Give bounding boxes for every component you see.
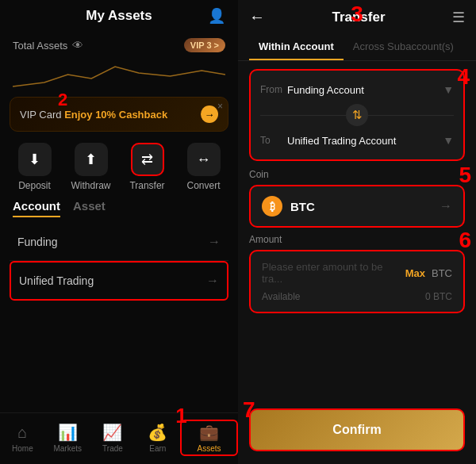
right-panel: ← Transfer ☰ 3 Within Account Across Sub… bbox=[238, 0, 476, 464]
action-buttons: ⬇ Deposit ⬆ Withdraw ⇄ Transfer ↔ Conver… bbox=[0, 140, 238, 199]
vip-card-text: VIP Card Enjoy 10% Cashback bbox=[20, 107, 167, 121]
to-row: To Unified Trading Account ▼ bbox=[260, 129, 454, 151]
divider-right bbox=[368, 115, 454, 116]
markets-icon: 📊 bbox=[58, 423, 78, 442]
nav-markets[interactable]: 📊 Markets bbox=[45, 423, 90, 453]
nav-earn-label: Earn bbox=[149, 444, 166, 453]
coin-arrow: → bbox=[440, 199, 452, 213]
right-header: ← Transfer ☰ 3 bbox=[238, 0, 476, 34]
confirm-section: Confirm 7 bbox=[238, 399, 476, 464]
tab-within-account[interactable]: Within Account bbox=[249, 34, 344, 60]
from-chevron: ▼ bbox=[443, 83, 454, 96]
nav-home[interactable]: ⌂ Home bbox=[0, 424, 45, 453]
amount-currency: BTC bbox=[432, 267, 452, 279]
swap-button[interactable]: ⇅ bbox=[346, 104, 368, 126]
coin-selector[interactable]: ₿ BTC → bbox=[249, 185, 465, 228]
swap-divider: ⇅ bbox=[260, 101, 454, 129]
withdraw-label: Withdraw bbox=[71, 180, 110, 191]
nav-assets-label: Assets bbox=[198, 444, 221, 453]
bottom-nav: ⌂ Home 📊 Markets 📈 Trade 💰 Earn 💼 Assets… bbox=[0, 412, 238, 464]
left-panel: My Assets 👤 Total Assets 👁 VIP 3 > VIP C… bbox=[0, 0, 238, 464]
divider-left bbox=[260, 115, 346, 116]
from-label: From bbox=[260, 84, 287, 95]
step-7-badge: 7 bbox=[243, 397, 255, 423]
mini-chart bbox=[13, 59, 225, 90]
tab-asset[interactable]: Asset bbox=[73, 199, 106, 217]
coin-section: Coin ₿ BTC → 5 bbox=[249, 169, 465, 228]
earn-icon: 💰 bbox=[148, 423, 167, 442]
vip-card-arrow[interactable]: → bbox=[201, 105, 218, 123]
vip-card-close[interactable]: × bbox=[217, 101, 223, 112]
deposit-button[interactable]: ⬇ Deposit bbox=[6, 143, 63, 191]
unified-trading-item[interactable]: Unified Trading → bbox=[10, 261, 228, 301]
total-assets-row: Total Assets 👁 VIP 3 > bbox=[0, 32, 238, 56]
left-header-title: My Assets bbox=[86, 8, 152, 24]
coin-section-label: Coin bbox=[249, 169, 465, 180]
nav-assets[interactable]: 💼 Assets 1 bbox=[180, 420, 238, 456]
back-button[interactable]: ← bbox=[249, 8, 265, 26]
assets-icon: 💼 bbox=[199, 423, 219, 442]
amount-input-row: Please enter amount to be tra... Max BTC bbox=[262, 261, 452, 285]
to-label: To bbox=[260, 135, 287, 146]
max-button[interactable]: Max bbox=[405, 267, 425, 279]
convert-icon: ↔ bbox=[187, 143, 221, 176]
tab-account[interactable]: Account bbox=[13, 199, 60, 217]
funding-account-item[interactable]: Funding → bbox=[10, 224, 228, 261]
total-assets-label: Total Assets 👁 bbox=[13, 39, 83, 52]
amount-placeholder[interactable]: Please enter amount to be tra... bbox=[262, 261, 399, 285]
coin-name: BTC bbox=[290, 200, 432, 213]
menu-icon[interactable]: ☰ bbox=[452, 9, 465, 26]
from-row: From Funding Account ▼ bbox=[260, 79, 454, 101]
amount-section: Amount Please enter amount to be tra... … bbox=[249, 234, 465, 313]
amount-box: Please enter amount to be tra... Max BTC… bbox=[249, 250, 465, 313]
home-icon: ⌂ bbox=[17, 424, 27, 442]
to-value: Unified Trading Account bbox=[287, 135, 443, 147]
transfer-icon: ⇄ bbox=[131, 143, 164, 176]
nav-earn[interactable]: 💰 Earn bbox=[135, 423, 180, 453]
from-to-section: From Funding Account ▼ ⇅ To Unified Trad… bbox=[249, 69, 465, 161]
nav-trade[interactable]: 📈 Trade bbox=[90, 423, 136, 453]
funding-account-arrow: → bbox=[208, 235, 221, 249]
account-list: Funding → Unified Trading → bbox=[0, 224, 238, 412]
step-6-badge: 6 bbox=[459, 228, 471, 253]
tab-across-subaccounts[interactable]: Across Subaccount(s) bbox=[344, 34, 463, 60]
transfer-tabs: Within Account Across Subaccount(s) bbox=[238, 34, 476, 61]
transfer-label: Transfer bbox=[129, 180, 164, 191]
confirm-button[interactable]: Confirm bbox=[249, 408, 465, 451]
deposit-icon: ⬇ bbox=[18, 143, 52, 176]
eye-icon[interactable]: 👁 bbox=[72, 39, 83, 52]
left-header: My Assets 👤 bbox=[0, 0, 238, 32]
withdraw-icon: ⬆ bbox=[75, 143, 108, 176]
nav-trade-label: Trade bbox=[102, 444, 123, 453]
withdraw-button[interactable]: ⬆ Withdraw bbox=[63, 143, 119, 191]
convert-button[interactable]: ↔ Convert bbox=[175, 143, 232, 191]
available-value: 0 BTC bbox=[425, 291, 452, 302]
trade-icon: 📈 bbox=[102, 423, 122, 442]
transfer-button[interactable]: ⇄ Transfer bbox=[119, 143, 175, 191]
from-value: Funding Account bbox=[287, 84, 443, 96]
spacer bbox=[238, 321, 476, 399]
profile-icon[interactable]: 👤 bbox=[208, 7, 225, 25]
deposit-label: Deposit bbox=[18, 180, 51, 191]
btc-icon: ₿ bbox=[262, 196, 282, 217]
amount-section-label: Amount bbox=[249, 234, 465, 245]
nav-markets-label: Markets bbox=[53, 444, 82, 453]
step-4-badge: 4 bbox=[457, 64, 470, 90]
available-row: Available 0 BTC bbox=[262, 291, 452, 302]
account-asset-tabs: Account Asset bbox=[0, 199, 238, 217]
vip-badge[interactable]: VIP 3 > bbox=[184, 38, 225, 52]
funding-account-name: Funding bbox=[17, 236, 58, 248]
step-5-badge: 5 bbox=[459, 163, 471, 188]
unified-trading-name: Unified Trading bbox=[19, 274, 94, 287]
available-label: Available bbox=[262, 291, 300, 302]
vip-card: VIP Card Enjoy 10% Cashback → × 2 bbox=[10, 97, 228, 132]
nav-home-label: Home bbox=[12, 444, 33, 453]
unified-trading-arrow: → bbox=[206, 274, 219, 288]
to-chevron: ▼ bbox=[443, 134, 454, 147]
convert-label: Convert bbox=[186, 180, 220, 191]
transfer-title: Transfer bbox=[273, 10, 444, 25]
